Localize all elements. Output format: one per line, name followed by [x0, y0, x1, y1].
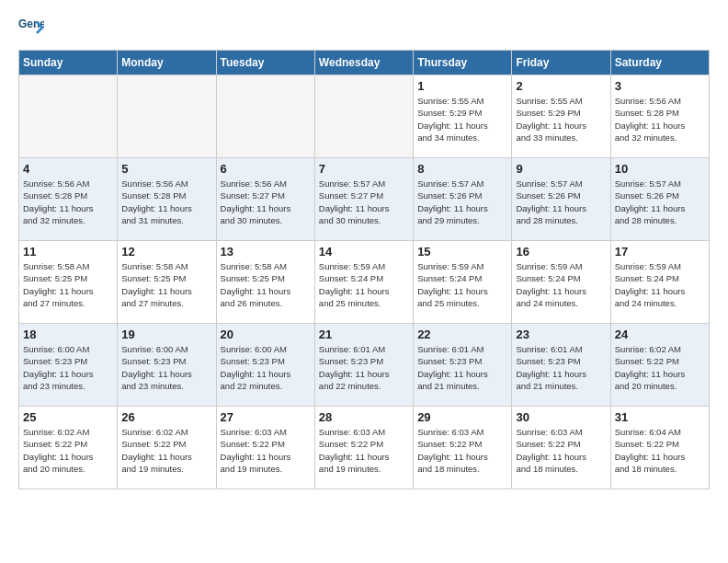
day-info: Sunrise: 6:02 AM Sunset: 5:22 PM Dayligh… [615, 343, 705, 392]
calendar-cell: 4Sunrise: 5:56 AM Sunset: 5:28 PM Daylig… [19, 158, 118, 241]
day-info: Sunrise: 5:57 AM Sunset: 5:27 PM Dayligh… [319, 178, 409, 226]
calendar-cell: 22Sunrise: 6:01 AM Sunset: 5:23 PM Dayli… [414, 324, 512, 407]
day-number: 7 [319, 162, 409, 176]
day-info: Sunrise: 6:01 AM Sunset: 5:23 PM Dayligh… [319, 343, 409, 392]
day-info: Sunrise: 5:58 AM Sunset: 5:25 PM Dayligh… [121, 260, 211, 309]
calendar-header-monday: Monday [118, 51, 216, 75]
day-info: Sunrise: 6:02 AM Sunset: 5:22 PM Dayligh… [23, 426, 113, 475]
calendar-cell: 31Sunrise: 6:04 AM Sunset: 5:22 PM Dayli… [610, 407, 709, 489]
calendar-cell: 5Sunrise: 5:56 AM Sunset: 5:28 PM Daylig… [118, 158, 216, 241]
day-info: Sunrise: 6:03 AM Sunset: 5:22 PM Dayligh… [221, 426, 311, 475]
day-info: Sunrise: 5:56 AM Sunset: 5:28 PM Dayligh… [121, 178, 211, 226]
calendar-header-row: SundayMondayTuesdayWednesdayThursdayFrid… [19, 51, 710, 75]
day-number: 14 [319, 245, 409, 259]
day-info: Sunrise: 6:01 AM Sunset: 5:23 PM Dayligh… [516, 343, 606, 392]
day-info: Sunrise: 5:59 AM Sunset: 5:24 PM Dayligh… [516, 260, 606, 309]
page-header: General [18, 15, 710, 40]
calendar-cell: 15Sunrise: 5:59 AM Sunset: 5:24 PM Dayli… [414, 241, 512, 324]
day-info: Sunrise: 6:03 AM Sunset: 5:22 PM Dayligh… [417, 426, 507, 475]
day-info: Sunrise: 5:57 AM Sunset: 5:26 PM Dayligh… [417, 178, 507, 226]
day-info: Sunrise: 5:57 AM Sunset: 5:26 PM Dayligh… [615, 178, 705, 226]
day-info: Sunrise: 6:02 AM Sunset: 5:22 PM Dayligh… [121, 426, 211, 475]
calendar-cell: 27Sunrise: 6:03 AM Sunset: 5:22 PM Dayli… [216, 407, 314, 489]
calendar-cell: 18Sunrise: 6:00 AM Sunset: 5:23 PM Dayli… [19, 324, 118, 407]
calendar-cell [216, 75, 314, 158]
day-number: 23 [516, 327, 606, 341]
calendar-cell: 30Sunrise: 6:03 AM Sunset: 5:22 PM Dayli… [512, 407, 610, 489]
day-number: 24 [615, 327, 705, 341]
day-number: 3 [615, 79, 705, 93]
calendar-week-1: 1Sunrise: 5:55 AM Sunset: 5:29 PM Daylig… [19, 75, 710, 158]
day-number: 28 [319, 410, 409, 424]
calendar-cell: 20Sunrise: 6:00 AM Sunset: 5:23 PM Dayli… [216, 324, 314, 407]
calendar-cell: 29Sunrise: 6:03 AM Sunset: 5:22 PM Dayli… [414, 407, 512, 489]
calendar-cell: 19Sunrise: 6:00 AM Sunset: 5:23 PM Dayli… [118, 324, 216, 407]
calendar-cell: 7Sunrise: 5:57 AM Sunset: 5:27 PM Daylig… [314, 158, 413, 241]
day-number: 17 [615, 245, 705, 259]
day-number: 20 [221, 327, 311, 341]
calendar-cell: 25Sunrise: 6:02 AM Sunset: 5:22 PM Dayli… [19, 407, 118, 489]
calendar-week-5: 25Sunrise: 6:02 AM Sunset: 5:22 PM Dayli… [19, 407, 710, 489]
day-number: 13 [221, 245, 311, 259]
day-number: 19 [121, 327, 211, 341]
day-number: 10 [615, 162, 705, 176]
day-number: 9 [516, 162, 606, 176]
calendar-cell [314, 75, 413, 158]
day-number: 30 [516, 410, 606, 424]
calendar-cell: 1Sunrise: 5:55 AM Sunset: 5:29 PM Daylig… [414, 75, 512, 158]
calendar-cell: 14Sunrise: 5:59 AM Sunset: 5:24 PM Dayli… [314, 241, 413, 324]
day-info: Sunrise: 5:57 AM Sunset: 5:26 PM Dayligh… [516, 178, 606, 226]
day-info: Sunrise: 6:00 AM Sunset: 5:23 PM Dayligh… [121, 343, 211, 392]
day-info: Sunrise: 5:58 AM Sunset: 5:25 PM Dayligh… [221, 260, 311, 309]
calendar-cell [118, 75, 216, 158]
calendar-cell: 6Sunrise: 5:56 AM Sunset: 5:27 PM Daylig… [216, 158, 314, 241]
calendar-cell: 13Sunrise: 5:58 AM Sunset: 5:25 PM Dayli… [216, 241, 314, 324]
day-number: 5 [121, 162, 211, 176]
calendar-cell: 9Sunrise: 5:57 AM Sunset: 5:26 PM Daylig… [512, 158, 610, 241]
calendar-cell: 28Sunrise: 6:03 AM Sunset: 5:22 PM Dayli… [314, 407, 413, 489]
calendar-week-4: 18Sunrise: 6:00 AM Sunset: 5:23 PM Dayli… [19, 324, 710, 407]
day-number: 29 [417, 410, 507, 424]
day-number: 31 [615, 410, 705, 424]
day-info: Sunrise: 6:03 AM Sunset: 5:22 PM Dayligh… [319, 426, 409, 475]
calendar-header-tuesday: Tuesday [216, 51, 314, 75]
day-number: 11 [23, 245, 113, 259]
calendar-header-thursday: Thursday [414, 51, 512, 75]
calendar-cell [19, 75, 118, 158]
calendar-cell: 3Sunrise: 5:56 AM Sunset: 5:28 PM Daylig… [610, 75, 709, 158]
calendar-week-3: 11Sunrise: 5:58 AM Sunset: 5:25 PM Dayli… [19, 241, 710, 324]
calendar-header-friday: Friday [512, 51, 610, 75]
logo: General [18, 15, 48, 40]
calendar-cell: 24Sunrise: 6:02 AM Sunset: 5:22 PM Dayli… [610, 324, 709, 407]
day-number: 15 [417, 245, 507, 259]
day-number: 25 [23, 410, 113, 424]
calendar-header-wednesday: Wednesday [314, 51, 413, 75]
day-info: Sunrise: 6:03 AM Sunset: 5:22 PM Dayligh… [516, 426, 606, 475]
day-info: Sunrise: 5:55 AM Sunset: 5:29 PM Dayligh… [417, 95, 507, 144]
day-info: Sunrise: 5:56 AM Sunset: 5:28 PM Dayligh… [23, 178, 113, 226]
calendar-table: SundayMondayTuesdayWednesdayThursdayFrid… [18, 50, 710, 489]
day-number: 4 [23, 162, 113, 176]
day-number: 26 [121, 410, 211, 424]
day-number: 8 [417, 162, 507, 176]
day-number: 18 [23, 327, 113, 341]
calendar-cell: 17Sunrise: 5:59 AM Sunset: 5:24 PM Dayli… [610, 241, 709, 324]
day-info: Sunrise: 5:58 AM Sunset: 5:25 PM Dayligh… [23, 260, 113, 309]
day-info: Sunrise: 6:00 AM Sunset: 5:23 PM Dayligh… [23, 343, 113, 392]
day-info: Sunrise: 5:56 AM Sunset: 5:28 PM Dayligh… [615, 95, 705, 144]
day-info: Sunrise: 5:59 AM Sunset: 5:24 PM Dayligh… [417, 260, 507, 309]
calendar-cell: 26Sunrise: 6:02 AM Sunset: 5:22 PM Dayli… [118, 407, 216, 489]
day-number: 12 [121, 245, 211, 259]
calendar-cell: 23Sunrise: 6:01 AM Sunset: 5:23 PM Dayli… [512, 324, 610, 407]
day-info: Sunrise: 5:59 AM Sunset: 5:24 PM Dayligh… [615, 260, 705, 309]
day-info: Sunrise: 6:01 AM Sunset: 5:23 PM Dayligh… [417, 343, 507, 392]
day-number: 27 [221, 410, 311, 424]
day-info: Sunrise: 5:55 AM Sunset: 5:29 PM Dayligh… [516, 95, 606, 144]
calendar-cell: 2Sunrise: 5:55 AM Sunset: 5:29 PM Daylig… [512, 75, 610, 158]
day-number: 16 [516, 245, 606, 259]
calendar-cell: 12Sunrise: 5:58 AM Sunset: 5:25 PM Dayli… [118, 241, 216, 324]
calendar-header-sunday: Sunday [19, 51, 118, 75]
day-info: Sunrise: 5:59 AM Sunset: 5:24 PM Dayligh… [319, 260, 409, 309]
calendar-week-2: 4Sunrise: 5:56 AM Sunset: 5:28 PM Daylig… [19, 158, 710, 241]
calendar-cell: 8Sunrise: 5:57 AM Sunset: 5:26 PM Daylig… [414, 158, 512, 241]
